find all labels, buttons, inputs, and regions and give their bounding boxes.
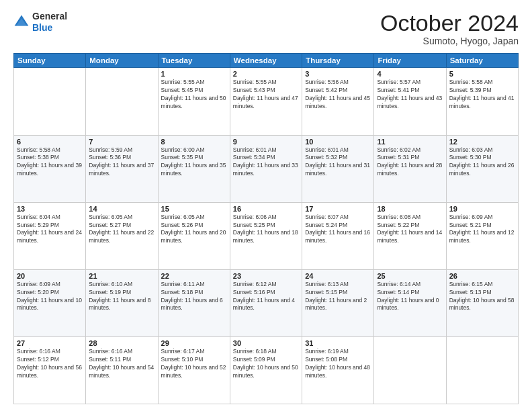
calendar-cell: 27Sunrise: 6:16 AMSunset: 5:12 PMDayligh… [14, 336, 86, 404]
day-number: 18 [377, 205, 443, 213]
cell-text: Sunrise: 6:09 AMSunset: 5:20 PMDaylight:… [17, 281, 83, 313]
day-number: 27 [17, 339, 83, 347]
calendar-cell: 4Sunrise: 5:57 AMSunset: 5:41 PMDaylight… [374, 68, 446, 135]
calendar-cell: 16Sunrise: 6:06 AMSunset: 5:25 PMDayligh… [230, 202, 302, 269]
calendar-cell: 31Sunrise: 6:19 AMSunset: 5:08 PMDayligh… [302, 336, 374, 404]
cell-text: Sunrise: 6:12 AMSunset: 5:16 PMDaylight:… [233, 281, 299, 313]
calendar-week-2: 6Sunrise: 5:58 AMSunset: 5:38 PMDaylight… [14, 135, 519, 202]
day-number: 12 [449, 138, 515, 146]
calendar-cell: 28Sunrise: 6:16 AMSunset: 5:11 PMDayligh… [86, 336, 158, 404]
day-number: 1 [161, 70, 227, 78]
day-number: 21 [89, 272, 154, 280]
weekday-header-friday: Friday [374, 54, 446, 68]
calendar-cell [374, 336, 446, 404]
cell-text: Sunrise: 6:06 AMSunset: 5:25 PMDaylight:… [233, 214, 299, 246]
day-number: 9 [233, 138, 299, 146]
calendar-cell: 12Sunrise: 6:03 AMSunset: 5:30 PMDayligh… [446, 135, 518, 202]
day-number: 26 [449, 272, 515, 280]
calendar-week-1: 1Sunrise: 5:55 AMSunset: 5:45 PMDaylight… [14, 68, 519, 135]
cell-text: Sunrise: 6:07 AMSunset: 5:24 PMDaylight:… [305, 214, 371, 246]
cell-text: Sunrise: 6:01 AMSunset: 5:32 PMDaylight:… [305, 146, 371, 179]
day-number: 28 [89, 339, 154, 347]
logo-icon [13, 14, 30, 30]
title-block: October 2024 Sumoto, Hyogo, Japan [380, 11, 519, 46]
logo-general: General [32, 11, 67, 21]
calendar-cell: 25Sunrise: 6:14 AMSunset: 5:14 PMDayligh… [374, 269, 446, 336]
day-number: 11 [377, 138, 443, 146]
cell-text: Sunrise: 6:02 AMSunset: 5:31 PMDaylight:… [377, 146, 443, 179]
day-number: 5 [449, 70, 515, 78]
cell-text: Sunrise: 5:55 AMSunset: 5:45 PMDaylight:… [161, 79, 227, 111]
cell-text: Sunrise: 6:11 AMSunset: 5:18 PMDaylight:… [161, 281, 227, 313]
calendar-cell: 11Sunrise: 6:02 AMSunset: 5:31 PMDayligh… [374, 135, 446, 202]
cell-text: Sunrise: 6:00 AMSunset: 5:35 PMDaylight:… [161, 146, 227, 179]
cell-text: Sunrise: 6:08 AMSunset: 5:22 PMDaylight:… [377, 214, 443, 246]
calendar-cell: 19Sunrise: 6:09 AMSunset: 5:21 PMDayligh… [446, 202, 518, 269]
calendar-cell: 8Sunrise: 6:00 AMSunset: 5:35 PMDaylight… [158, 135, 230, 202]
calendar-cell: 17Sunrise: 6:07 AMSunset: 5:24 PMDayligh… [302, 202, 374, 269]
page: General Blue October 2024 Sumoto, Hyogo,… [0, 0, 532, 411]
calendar-cell: 26Sunrise: 6:15 AMSunset: 5:13 PMDayligh… [446, 269, 518, 336]
day-number: 16 [233, 205, 299, 213]
day-number: 3 [305, 70, 371, 78]
day-number: 25 [377, 272, 443, 280]
day-number: 30 [233, 339, 299, 347]
cell-text: Sunrise: 6:10 AMSunset: 5:19 PMDaylight:… [89, 281, 154, 313]
calendar-cell [446, 336, 518, 404]
weekday-header-tuesday: Tuesday [158, 54, 230, 68]
logo-blue: Blue [32, 22, 52, 33]
cell-text: Sunrise: 6:17 AMSunset: 5:10 PMDaylight:… [161, 348, 227, 380]
day-number: 8 [161, 138, 227, 146]
cell-text: Sunrise: 6:15 AMSunset: 5:13 PMDaylight:… [449, 281, 515, 313]
day-number: 29 [161, 339, 227, 347]
calendar-cell: 2Sunrise: 5:55 AMSunset: 5:43 PMDaylight… [230, 68, 302, 135]
cell-text: Sunrise: 6:09 AMSunset: 5:21 PMDaylight:… [449, 214, 515, 246]
calendar-cell: 14Sunrise: 6:05 AMSunset: 5:27 PMDayligh… [86, 202, 158, 269]
weekday-header-monday: Monday [86, 54, 158, 68]
cell-text: Sunrise: 6:01 AMSunset: 5:34 PMDaylight:… [233, 146, 299, 179]
day-number: 15 [161, 205, 227, 213]
cell-text: Sunrise: 6:16 AMSunset: 5:12 PMDaylight:… [17, 348, 83, 380]
cell-text: Sunrise: 5:59 AMSunset: 5:36 PMDaylight:… [89, 146, 154, 179]
cell-text: Sunrise: 6:18 AMSunset: 5:09 PMDaylight:… [233, 348, 299, 380]
day-number: 2 [233, 70, 299, 78]
cell-text: Sunrise: 6:13 AMSunset: 5:15 PMDaylight:… [305, 281, 371, 313]
calendar-cell: 21Sunrise: 6:10 AMSunset: 5:19 PMDayligh… [86, 269, 158, 336]
cell-text: Sunrise: 5:58 AMSunset: 5:38 PMDaylight:… [17, 146, 83, 179]
cell-text: Sunrise: 6:04 AMSunset: 5:29 PMDaylight:… [17, 214, 83, 246]
day-number: 19 [449, 205, 515, 213]
day-number: 24 [305, 272, 371, 280]
cell-text: Sunrise: 5:56 AMSunset: 5:42 PMDaylight:… [305, 79, 371, 111]
cell-text: Sunrise: 5:58 AMSunset: 5:39 PMDaylight:… [449, 79, 515, 111]
calendar-cell: 1Sunrise: 5:55 AMSunset: 5:45 PMDaylight… [158, 68, 230, 135]
month-title: October 2024 [380, 11, 519, 36]
calendar-week-4: 20Sunrise: 6:09 AMSunset: 5:20 PMDayligh… [14, 269, 519, 336]
calendar-cell: 10Sunrise: 6:01 AMSunset: 5:32 PMDayligh… [302, 135, 374, 202]
day-number: 6 [17, 138, 83, 146]
calendar-cell: 20Sunrise: 6:09 AMSunset: 5:20 PMDayligh… [14, 269, 86, 336]
calendar-week-3: 13Sunrise: 6:04 AMSunset: 5:29 PMDayligh… [14, 202, 519, 269]
day-number: 7 [89, 138, 154, 146]
weekday-header-wednesday: Wednesday [230, 54, 302, 68]
calendar-cell: 13Sunrise: 6:04 AMSunset: 5:29 PMDayligh… [14, 202, 86, 269]
calendar-table: SundayMondayTuesdayWednesdayThursdayFrid… [13, 53, 519, 404]
day-number: 20 [17, 272, 83, 280]
day-number: 13 [17, 205, 83, 213]
calendar-cell: 30Sunrise: 6:18 AMSunset: 5:09 PMDayligh… [230, 336, 302, 404]
day-number: 10 [305, 138, 371, 146]
cell-text: Sunrise: 6:05 AMSunset: 5:27 PMDaylight:… [89, 214, 154, 246]
location: Sumoto, Hyogo, Japan [380, 36, 519, 46]
header: General Blue October 2024 Sumoto, Hyogo,… [13, 11, 519, 46]
calendar-cell: 6Sunrise: 5:58 AMSunset: 5:38 PMDaylight… [14, 135, 86, 202]
weekday-header-thursday: Thursday [302, 54, 374, 68]
calendar-cell: 18Sunrise: 6:08 AMSunset: 5:22 PMDayligh… [374, 202, 446, 269]
cell-text: Sunrise: 5:57 AMSunset: 5:41 PMDaylight:… [377, 79, 443, 111]
cell-text: Sunrise: 5:55 AMSunset: 5:43 PMDaylight:… [233, 79, 299, 111]
weekday-header-saturday: Saturday [446, 54, 518, 68]
cell-text: Sunrise: 6:05 AMSunset: 5:26 PMDaylight:… [161, 214, 227, 246]
calendar-cell: 7Sunrise: 5:59 AMSunset: 5:36 PMDaylight… [86, 135, 158, 202]
day-number: 22 [161, 272, 227, 280]
cell-text: Sunrise: 6:19 AMSunset: 5:08 PMDaylight:… [305, 348, 371, 380]
day-number: 23 [233, 272, 299, 280]
calendar-cell: 22Sunrise: 6:11 AMSunset: 5:18 PMDayligh… [158, 269, 230, 336]
